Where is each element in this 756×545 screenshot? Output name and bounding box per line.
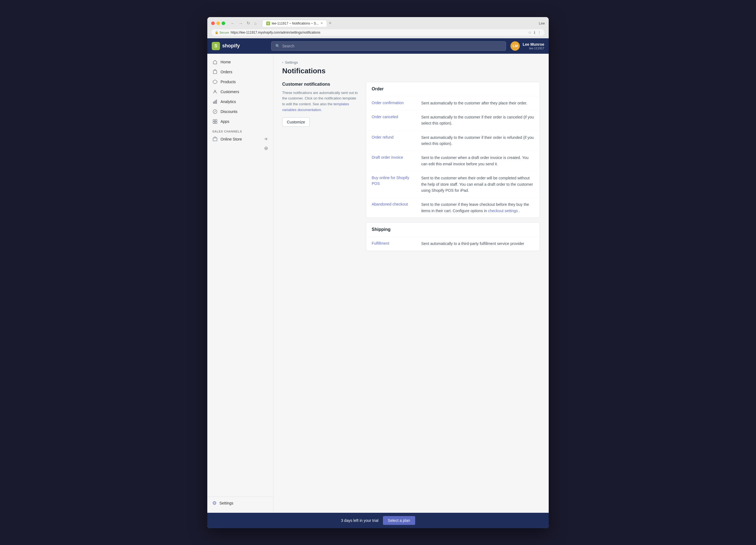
abandoned-checkout-desc: Sent to the customer if they leave check… — [421, 201, 534, 214]
sidebar-settings-label: Settings — [219, 501, 233, 505]
sidebar-item-customers[interactable]: Customers — [207, 87, 273, 97]
secure-badge: 🔒 Secure — [215, 31, 229, 34]
breadcrumb-arrow: ‹ — [282, 60, 283, 64]
url-display: https://lee-111917.myshopify.com/admin/s… — [231, 31, 526, 34]
browser-window: ← → ↻ ⌂ S lee-111917 ~ Notifications ~ S… — [207, 17, 549, 528]
svg-rect-3 — [213, 102, 214, 103]
logo-letter: S — [214, 44, 217, 48]
notif-row-fulfillment: Fulfillment Sent automatically to a thir… — [366, 237, 540, 250]
page-title: Notifications — [282, 67, 540, 75]
active-tab[interactable]: S lee-111917 ~ Notifications ~ S... ✕ — [262, 20, 327, 27]
new-tab-button[interactable]: + — [329, 20, 332, 26]
svg-rect-5 — [216, 100, 217, 103]
user-id: lee-111917 — [523, 47, 544, 50]
traffic-lights — [211, 21, 225, 25]
svg-rect-0 — [213, 70, 217, 74]
user-area: LM Lee Munroe lee-111917 — [510, 41, 544, 51]
customer-notifications-title: Customer notifications — [282, 82, 359, 87]
breadcrumb-settings-link[interactable]: Settings — [285, 60, 298, 64]
notif-row-abandoned-checkout: Abandoned checkout Sent to the customer … — [366, 197, 540, 218]
buy-online-link[interactable]: Buy online for Shopify POS — [372, 175, 416, 193]
fulfillment-desc: Sent automatically to a third-party fulf… — [421, 240, 524, 246]
trial-text: 3 days left in your trial — [341, 518, 378, 523]
order-confirmation-desc: Sent automatically to the customer after… — [421, 100, 527, 106]
order-section-title: Order — [366, 82, 540, 96]
user-info: Lee Munroe lee-111917 — [523, 42, 544, 50]
sidebar-settings[interactable]: ⚙ Settings — [207, 497, 273, 509]
home-icon — [212, 59, 218, 65]
notif-row-draft-order: Draft order invoice Sent to the customer… — [366, 151, 540, 171]
abandoned-checkout-link[interactable]: Abandoned checkout — [372, 201, 416, 214]
browser-nav: ← → ↻ ⌂ — [230, 21, 258, 26]
avatar[interactable]: LM — [510, 41, 520, 51]
order-notification-card: Order Order confirmation Sent automatica… — [366, 82, 540, 218]
sidebar-item-orders[interactable]: Orders — [207, 67, 273, 77]
back-button[interactable]: ← — [230, 21, 236, 26]
checkout-settings-link[interactable]: checkout settings — [488, 208, 518, 213]
sidebar-item-discounts[interactable]: Discounts — [207, 107, 273, 116]
address-bar[interactable]: 🔒 Secure https://lee-111917.myshopify.co… — [211, 29, 545, 36]
close-traffic-light[interactable] — [211, 21, 215, 25]
abandoned-checkout-desc-suffix: . — [519, 208, 520, 213]
notif-row-order-canceled: Order canceled Sent automatically to the… — [366, 110, 540, 131]
notif-row-order-confirmation: Order confirmation Sent automatically to… — [366, 96, 540, 110]
extensions-icon[interactable]: ⋮ — [537, 30, 541, 35]
discounts-icon — [212, 109, 218, 114]
home-button[interactable]: ⌂ — [253, 21, 258, 26]
sidebar-item-discounts-label: Discounts — [221, 109, 237, 114]
select-plan-button[interactable]: Select a plan — [383, 516, 415, 525]
sidebar-item-online-store-label: Online Store — [221, 137, 242, 141]
customize-button[interactable]: Customize — [282, 117, 310, 127]
customer-notifications-desc: These notifications are automatically se… — [282, 90, 359, 113]
sidebar-item-home-label: Home — [221, 60, 231, 64]
order-refund-link[interactable]: Order refund — [372, 134, 416, 147]
maximize-traffic-light[interactable] — [222, 21, 225, 25]
add-channel-icon[interactable]: ⊕ — [264, 145, 268, 151]
minimize-traffic-light[interactable] — [216, 21, 220, 25]
shipping-notification-card: Shipping Fulfillment Sent automatically … — [366, 222, 540, 251]
customers-icon — [212, 89, 218, 94]
sidebar-item-apps-label: Apps — [221, 119, 229, 124]
order-canceled-link[interactable]: Order canceled — [372, 114, 416, 126]
order-canceled-desc: Sent automatically to the customer if th… — [421, 114, 534, 126]
svg-rect-11 — [213, 138, 217, 141]
sidebar-item-home[interactable]: Home — [207, 57, 273, 67]
app-layout: S shopify 🔍 Search LM Lee Munroe lee-111… — [207, 38, 549, 528]
sidebar-item-analytics[interactable]: Analytics — [207, 97, 273, 107]
order-refund-desc: Sent automatically to the customer if th… — [421, 134, 534, 147]
bookmark-icon[interactable]: ☆ — [528, 30, 532, 35]
sidebar-item-online-store[interactable]: Online Store 👁 — [207, 134, 273, 144]
sidebar-item-orders-label: Orders — [221, 70, 232, 74]
tab-title: lee-111917 ~ Notifications ~ S... — [272, 21, 319, 25]
sidebar-item-products[interactable]: Products — [207, 77, 273, 87]
analytics-icon — [212, 99, 218, 104]
settings-gear-icon: ⚙ — [212, 500, 217, 506]
browser-chrome: ← → ↻ ⌂ S lee-111917 ~ Notifications ~ S… — [207, 17, 549, 38]
tab-bar: S lee-111917 ~ Notifications ~ S... ✕ + — [262, 20, 537, 27]
info-icon[interactable]: ℹ — [534, 30, 535, 35]
svg-rect-8 — [215, 119, 217, 121]
sidebar-item-customers-label: Customers — [221, 89, 239, 94]
orders-icon — [212, 69, 218, 75]
main-area: Home Orders Products — [207, 54, 549, 513]
fulfillment-link[interactable]: Fulfillment — [372, 240, 416, 246]
reload-button[interactable]: ↻ — [246, 21, 251, 26]
logo-text: shopify — [222, 43, 240, 49]
svg-marker-1 — [213, 80, 217, 83]
tab-close-button[interactable]: ✕ — [320, 21, 323, 25]
left-panel: Customer notifications These notificatio… — [282, 82, 359, 255]
forward-button[interactable]: → — [238, 21, 244, 26]
shipping-section-title: Shipping — [366, 222, 540, 237]
channel-visibility-icon[interactable]: 👁 — [264, 137, 268, 141]
shopify-logo: S shopify — [212, 42, 267, 50]
right-panel: Order Order confirmation Sent automatica… — [366, 82, 540, 255]
order-confirmation-link[interactable]: Order confirmation — [372, 100, 416, 106]
search-icon: 🔍 — [275, 44, 280, 48]
online-store-icon — [212, 136, 218, 142]
search-bar[interactable]: 🔍 Search — [271, 41, 506, 51]
notif-row-buy-online: Buy online for Shopify POS Sent to the c… — [366, 171, 540, 197]
channel-left: Online Store — [212, 136, 242, 142]
draft-order-link[interactable]: Draft order invoice — [372, 154, 416, 167]
apps-icon — [212, 119, 218, 124]
sidebar-item-apps[interactable]: Apps — [207, 116, 273, 126]
